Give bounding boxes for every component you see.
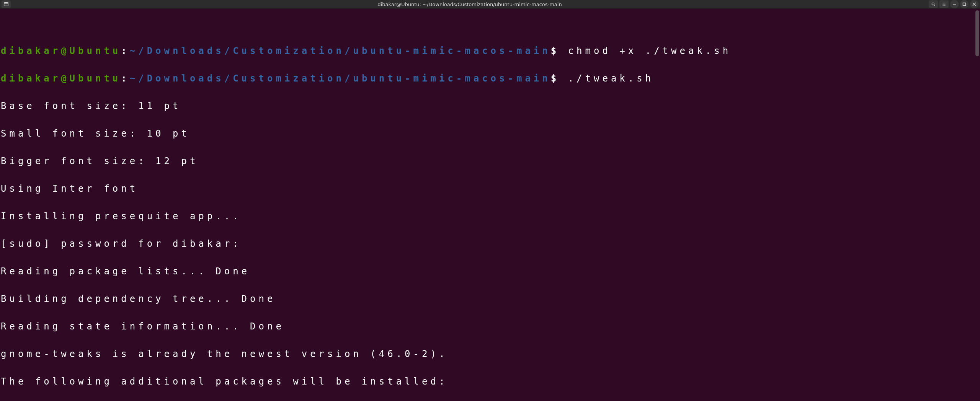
svg-line-3	[934, 5, 935, 6]
output-line: gnome-tweaks is already the newest versi…	[1, 349, 979, 359]
svg-rect-8	[963, 3, 966, 6]
output-line: Bigger font size: 12 pt	[1, 156, 979, 166]
svg-rect-0	[4, 3, 8, 6]
maximize-button[interactable]	[960, 0, 969, 8]
command-text: chmod +x ./tweak.sh	[559, 46, 731, 56]
prompt-line: dibakar@Ubuntu:~/Downloads/Customization…	[1, 46, 979, 55]
terminal-body[interactable]: dibakar@Ubuntu:~/Downloads/Customization…	[0, 9, 980, 401]
prompt-colon: :	[121, 73, 129, 84]
window-title: dibakar@Ubuntu: ~/Downloads/Customizatio…	[12, 2, 927, 7]
output-line: The following additional packages will b…	[1, 377, 979, 386]
prompt-dollar: $	[551, 46, 559, 56]
prompt-dollar: $	[551, 73, 559, 84]
prompt-colon: :	[121, 46, 129, 56]
prompt-user-host: dibakar@Ubuntu	[1, 73, 121, 84]
prompt-path: ~/Downloads/Customization/ubuntu-mimic-m…	[130, 73, 551, 84]
prompt-line: dibakar@Ubuntu:~/Downloads/Customization…	[1, 74, 979, 83]
output-line: Using Inter font	[1, 184, 979, 193]
search-button[interactable]	[929, 0, 938, 8]
output-line: Reading state information... Done	[1, 322, 979, 331]
svg-point-2	[932, 3, 934, 5]
prompt-user-host: dibakar@Ubuntu	[1, 46, 121, 56]
command-text: ./tweak.sh	[559, 73, 654, 84]
hamburger-menu-button[interactable]	[939, 0, 949, 8]
output-line: Small font size: 10 pt	[1, 129, 979, 138]
output-line: Base font size: 11 pt	[1, 101, 979, 111]
output-line: Building dependency tree... Done	[1, 294, 979, 303]
close-button[interactable]	[970, 0, 978, 8]
terminal-window: dibakar@Ubuntu: ~/Downloads/Customizatio…	[0, 0, 980, 401]
output-line: Reading package lists... Done	[1, 267, 979, 276]
titlebar: dibakar@Ubuntu: ~/Downloads/Customizatio…	[0, 0, 980, 9]
minimize-button[interactable]	[950, 0, 959, 8]
prompt-path: ~/Downloads/Customization/ubuntu-mimic-m…	[130, 46, 551, 56]
new-tab-button[interactable]	[2, 0, 11, 8]
output-line: Installing presequite app...	[1, 212, 979, 221]
scrollbar-thumb[interactable]	[975, 10, 979, 56]
output-line: [sudo] password for dibakar:	[1, 239, 979, 248]
